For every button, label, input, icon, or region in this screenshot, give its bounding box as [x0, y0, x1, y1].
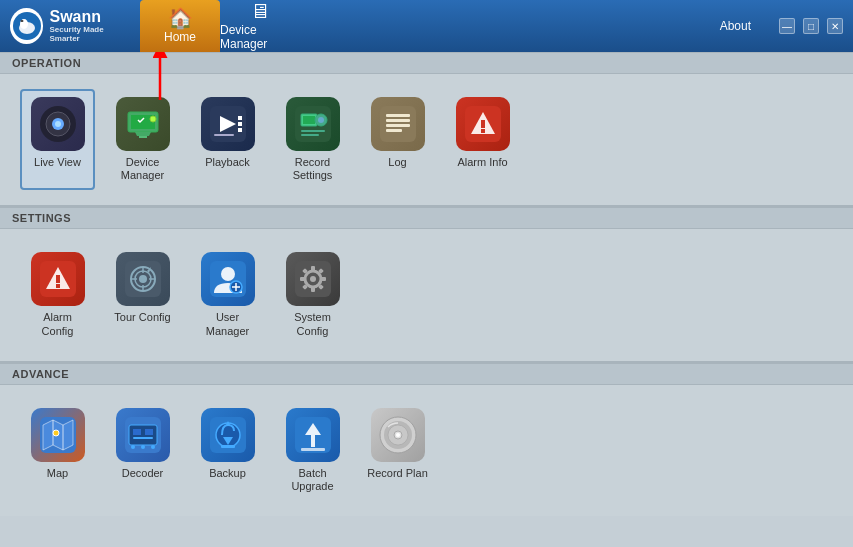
record-settings-icon	[286, 97, 340, 151]
app-item-alarm-info[interactable]: Alarm Info	[445, 89, 520, 190]
operation-section: Live View Device Manager	[0, 74, 853, 207]
svg-point-69	[53, 430, 59, 436]
svg-rect-30	[386, 119, 410, 122]
operation-header: OPERATION	[0, 52, 853, 74]
logo-brand: Swann	[49, 8, 130, 26]
device-manager-icon-op	[116, 97, 170, 151]
svg-rect-59	[300, 277, 305, 281]
playback-label: Playback	[205, 156, 250, 169]
svg-rect-35	[481, 120, 485, 128]
advance-section: Map Decoder	[0, 385, 853, 516]
svg-rect-57	[311, 266, 315, 271]
svg-rect-17	[238, 116, 242, 120]
batch-upgrade-label: Batch Upgrade	[281, 467, 344, 493]
app-item-user-manager[interactable]: User Manager	[190, 244, 265, 345]
live-view-label: Live View	[34, 156, 81, 169]
svg-point-56	[310, 276, 316, 282]
app-item-playback[interactable]: Playback	[190, 89, 265, 190]
svg-rect-73	[145, 429, 153, 435]
record-settings-label: Record Settings	[281, 156, 344, 182]
app-item-device-manager[interactable]: Device Manager	[105, 89, 180, 190]
svg-rect-13	[139, 136, 147, 138]
alarm-config-label: Alarm Config	[26, 311, 89, 337]
logo-icon	[10, 8, 43, 44]
svg-rect-36	[481, 129, 485, 133]
map-icon	[31, 408, 85, 462]
svg-point-76	[141, 445, 145, 449]
svg-rect-40	[56, 284, 60, 288]
nav-tabs: 🏠 Home 🖥 Device Manager	[140, 0, 300, 52]
svg-rect-39	[56, 275, 60, 283]
app-item-decoder[interactable]: Decoder	[105, 400, 180, 501]
svg-rect-58	[311, 287, 315, 292]
system-config-label: System Config	[281, 311, 344, 337]
about-link[interactable]: About	[720, 19, 751, 33]
tab-device-manager[interactable]: 🖥 Device Manager	[220, 0, 300, 52]
svg-rect-31	[386, 124, 410, 127]
map-label: Map	[47, 467, 68, 480]
app-item-backup[interactable]: Backup	[190, 400, 265, 501]
svg-point-14	[150, 116, 156, 122]
restore-button[interactable]: □	[803, 18, 819, 34]
alarm-info-icon	[456, 97, 510, 151]
svg-point-25	[318, 117, 324, 123]
svg-rect-29	[386, 114, 410, 117]
svg-rect-18	[238, 122, 242, 126]
backup-icon	[201, 408, 255, 462]
svg-rect-23	[303, 116, 315, 124]
record-plan-label: Record Plan	[367, 467, 428, 480]
svg-point-75	[131, 445, 135, 449]
app-item-record-plan[interactable]: Record Plan	[360, 400, 435, 501]
tour-config-label: Tour Config	[114, 311, 170, 324]
main-content: OPERATION Live View	[0, 52, 853, 547]
app-item-tour-config[interactable]: Tour Config	[105, 244, 180, 345]
swann-logo-svg	[12, 11, 42, 41]
svg-rect-19	[238, 128, 242, 132]
settings-section: Alarm Config Tour Config	[0, 229, 853, 362]
svg-rect-74	[133, 437, 153, 439]
svg-rect-81	[221, 445, 235, 448]
svg-rect-20	[214, 134, 234, 136]
decoder-icon	[116, 408, 170, 462]
live-view-icon	[31, 97, 85, 151]
svg-rect-26	[301, 130, 325, 132]
logo-text: Swann Security Made Smarter	[49, 8, 130, 43]
svg-point-77	[151, 445, 155, 449]
window-controls: About — □ ✕	[720, 18, 843, 34]
svg-rect-72	[133, 429, 141, 435]
app-item-record-settings[interactable]: Record Settings	[275, 89, 350, 190]
svg-point-10	[55, 121, 61, 127]
playback-icon	[201, 97, 255, 151]
decoder-label: Decoder	[122, 467, 164, 480]
alarm-config-icon	[31, 252, 85, 306]
record-plan-icon	[371, 408, 425, 462]
app-item-live-view[interactable]: Live View	[20, 89, 95, 190]
logo-tagline: Security Made Smarter	[49, 26, 130, 44]
batch-upgrade-icon	[286, 408, 340, 462]
svg-rect-27	[301, 134, 319, 136]
app-item-batch-upgrade[interactable]: Batch Upgrade	[275, 400, 350, 501]
svg-point-4	[20, 20, 23, 22]
user-manager-icon	[201, 252, 255, 306]
app-item-log[interactable]: Log	[360, 89, 435, 190]
app-item-system-config[interactable]: System Config	[275, 244, 350, 345]
device-manager-icon: 🖥	[250, 1, 270, 21]
titlebar: Swann Security Made Smarter 🏠 Home 🖥 Dev…	[0, 0, 853, 52]
system-config-icon	[286, 252, 340, 306]
app-item-alarm-config[interactable]: Alarm Config	[20, 244, 95, 345]
svg-rect-32	[386, 129, 402, 132]
close-button[interactable]: ✕	[827, 18, 843, 34]
log-icon	[371, 97, 425, 151]
advance-header: ADVANCE	[0, 363, 853, 385]
home-icon: 🏠	[168, 8, 193, 28]
tab-home[interactable]: 🏠 Home	[140, 0, 220, 52]
minimize-button[interactable]: —	[779, 18, 795, 34]
alarm-info-label: Alarm Info	[457, 156, 507, 169]
device-manager-label: Device Manager	[111, 156, 174, 182]
log-label: Log	[388, 156, 406, 169]
tab-device-manager-label: Device Manager	[220, 23, 300, 51]
svg-point-89	[396, 433, 400, 437]
svg-rect-84	[301, 448, 325, 451]
tour-config-icon	[116, 252, 170, 306]
app-item-map[interactable]: Map	[20, 400, 95, 501]
